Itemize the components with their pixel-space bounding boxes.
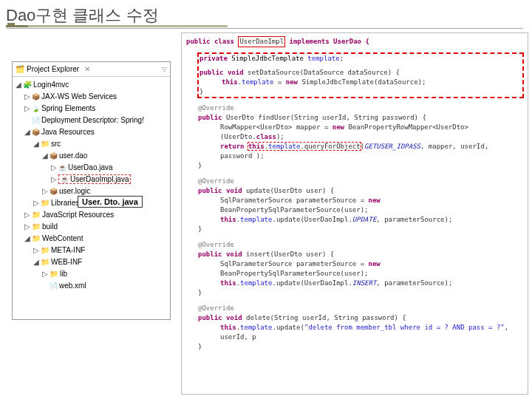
tree-item[interactable]: ▷Spring Elements (14, 102, 168, 114)
code-line: this.template = new SimpleJdbcTemplate(d… (200, 78, 522, 87)
code-line: this.template.update(UserDaoImpl.UPDATE,… (198, 215, 523, 225)
project-explorer-label: Project Explorer (27, 65, 79, 73)
tree-item[interactable]: ▷build (14, 220, 168, 232)
code-line: public void delete(String userId, String… (198, 313, 523, 323)
code-line: public class UserDaoImpl implements User… (186, 36, 523, 47)
code-block: @Override public UserDto findUser(String… (198, 103, 523, 171)
code-annotation: @Override (198, 177, 523, 186)
tree-file-webxml[interactable]: web.xml (14, 279, 168, 291)
tree-item[interactable]: ◢src (14, 137, 168, 149)
tree-item[interactable]: ▷META-INF (14, 244, 168, 256)
tree-item[interactable]: ◢WebContent (14, 232, 168, 244)
code-line: } (198, 225, 523, 234)
code-line: public void update(UserDto user) { (198, 186, 523, 196)
tree-item[interactable]: ◢Java Resources (14, 126, 168, 137)
code-line: return this.template.queryForObject(GETU… (198, 142, 523, 161)
tree-project[interactable]: ◢Login4mvc (14, 78, 168, 90)
project-explorer-header: 🗂️ Project Explorer ✕ ▽ (13, 62, 170, 77)
close-tab-icon[interactable]: ✕ (84, 65, 90, 73)
code-annotation: @Override (198, 240, 523, 250)
explorer-icon: 🗂️ (16, 65, 24, 74)
code-line: SqlParameterSource parameterSource = new… (198, 196, 523, 215)
code-annotation: @Override (198, 304, 523, 313)
code-line: SqlParameterSource parameterSource = new… (198, 259, 523, 279)
code-line: } (200, 87, 522, 97)
code-line: public UserDto findUser(String userId, S… (198, 113, 523, 123)
code-line: } (198, 161, 523, 171)
tree-item[interactable]: ▷JavaScript Resources (14, 208, 168, 220)
code-editor[interactable]: public class UserDaoImpl implements User… (181, 33, 528, 395)
code-line: private SimpleJdbcTemplate template; (200, 54, 522, 64)
code-annotation: @Override (198, 103, 523, 113)
code-line: } (198, 342, 523, 352)
tree-item[interactable]: ▷JAX-WS Web Services (14, 90, 168, 102)
title-accent (6, 25, 228, 27)
code-block: @Override public void update(UserDto use… (198, 177, 523, 234)
tree-item[interactable]: ▷user.logic (14, 185, 168, 197)
code-line: RowMapper<UserDto> mapper = new BeanProp… (198, 123, 523, 142)
title-underline (6, 28, 523, 29)
tree-file-userdao[interactable]: ▷UserDao.java (14, 161, 168, 173)
project-explorer-tree: ◢Login4mvc ▷JAX-WS Web Services ▷Spring … (13, 77, 170, 293)
tree-file-userdaoimpl[interactable]: ▷UserDaoImpl.java (14, 173, 168, 185)
page-title: Dao구현 클래스 수정 (6, 4, 159, 27)
code-block-highlight: private SimpleJdbcTemplate template; pub… (198, 53, 523, 98)
code-block: @Override public void delete(String user… (198, 304, 523, 352)
code-line: public void insert(UserDto user) { (198, 250, 523, 259)
code-line: } (198, 288, 523, 298)
project-explorer-panel: 🗂️ Project Explorer ✕ ▽ ◢Login4mvc ▷JAX-… (12, 61, 171, 320)
view-menu-icon[interactable]: ▽ (162, 66, 167, 73)
tree-item[interactable]: ◢WEB-INF (14, 256, 168, 267)
highlight-label: User. Dto. java (78, 196, 143, 208)
tree-item[interactable]: ◢user.dao (14, 149, 168, 161)
code-block: @Override public void insert(UserDto use… (198, 240, 523, 298)
code-line: this.template.update(UserDaoImpl.INSERT,… (198, 279, 523, 288)
tree-item[interactable]: ▷lib (14, 267, 168, 279)
code-line: public void setDataSource(DataSource dat… (200, 68, 522, 78)
tree-item[interactable]: Deployment Descriptor: Spring! (14, 114, 168, 126)
code-line: this.template.update("delete from member… (198, 323, 523, 342)
